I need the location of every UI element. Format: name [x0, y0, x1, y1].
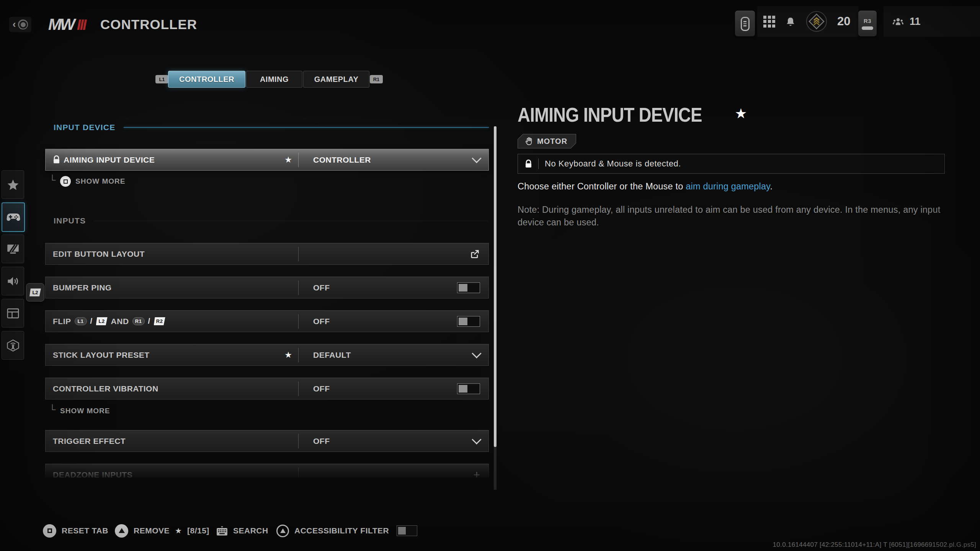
l1-label: L1 — [159, 77, 165, 82]
star-icon — [7, 179, 19, 191]
toggle-off[interactable] — [457, 316, 480, 327]
l1-bumper-badge: L1 — [155, 75, 168, 83]
setting-row-bumper-ping[interactable]: BUMPER PING OFF — [45, 277, 489, 298]
setting-label: DEADZONE INPUTS — [53, 470, 132, 478]
setting-row-flip-bumpers-triggers[interactable]: FLIP L1 / L2 AND R1 / R2 OFF — [45, 310, 489, 332]
setting-row-deadzone-inputs[interactable]: DEADZONE INPUTS + — [45, 464, 489, 478]
lock-icon — [53, 155, 60, 164]
player-level: 20 — [837, 15, 850, 28]
chevron-down-icon[interactable] — [472, 349, 481, 358]
sidebar-item-network[interactable] — [2, 331, 24, 360]
hud-plate-right: 11 — [884, 6, 980, 37]
menu-grid-icon[interactable] — [763, 16, 775, 28]
sidebar-item-controller[interactable] — [2, 202, 25, 232]
reset-tab-action[interactable]: RESET TAB — [43, 523, 108, 538]
r1-bumper-badge: R1 — [370, 75, 383, 83]
rank-emblem-icon — [806, 11, 827, 32]
show-more-label: SHOW MORE — [75, 177, 125, 186]
search-label: SEARCH — [233, 526, 268, 535]
search-action[interactable]: SEARCH — [216, 523, 268, 538]
scrollbar-thumb[interactable] — [494, 126, 497, 447]
section-rule — [124, 127, 489, 128]
star-icon: ★ — [175, 526, 182, 535]
sidebar-item-favorites[interactable] — [2, 170, 24, 199]
show-more-inputs[interactable]: └ SHOW MORE — [45, 404, 110, 418]
back-button[interactable]: ‹ — [9, 17, 31, 32]
l2-badge: L2 — [29, 289, 41, 297]
gamepad-icon — [7, 212, 20, 222]
circle-button-icon — [18, 20, 28, 29]
party-count: 11 — [910, 16, 921, 28]
hud-plate-left: 20 — [757, 6, 858, 37]
logo-iii: III — [77, 17, 86, 33]
setting-row-stick-layout-preset[interactable]: STICK LAYOUT PRESET ★ DEFAULT — [45, 344, 489, 366]
list-clip-region: DEADZONE INPUTS + — [45, 464, 489, 478]
setting-label-wrap: AIMING INPUT DEVICE — [53, 155, 155, 165]
stick-press-icon — [862, 26, 873, 30]
flip-and: AND — [111, 317, 129, 326]
favorite-star-icon[interactable]: ★ — [284, 350, 292, 360]
accessibility-label: ACCESSIBILITY FILTER — [294, 526, 389, 535]
accessibility-filter-action[interactable]: ACCESSIBILITY FILTER — [276, 523, 417, 538]
tab-aiming[interactable]: AIMING — [246, 71, 302, 88]
detail-note: Note: During gameplay, all inputs unrela… — [518, 204, 965, 229]
accessibility-filter-icon — [276, 525, 289, 537]
flip-prefix: FLIP — [53, 317, 71, 326]
r2-badge: R2 — [154, 317, 165, 325]
tab-label: GAMEPLAY — [314, 75, 359, 84]
setting-value: CONTROLLER — [313, 155, 371, 165]
r3-button[interactable]: R3 — [858, 11, 877, 36]
l1-badge: L1 — [75, 317, 87, 325]
separator — [538, 158, 539, 169]
setting-label: AIMING INPUT DEVICE — [64, 155, 155, 165]
branch-glyph: └ — [49, 174, 56, 185]
social-party-icon[interactable] — [892, 16, 904, 27]
setting-value: DEFAULT — [313, 350, 351, 360]
title-star-icon: ★ — [735, 106, 747, 122]
aim-during-gameplay-link[interactable]: aim during gameplay — [686, 181, 770, 191]
motor-label: MOTOR — [537, 137, 567, 146]
detail-title: AIMING INPUT DEVICE — [518, 103, 702, 126]
sidebar-item-graphics[interactable] — [2, 235, 24, 263]
tab-gameplay[interactable]: GAMEPLAY — [303, 71, 369, 88]
display-icon — [7, 244, 19, 254]
setting-row-aiming-input-device[interactable]: AIMING INPUT DEVICE ★ CONTROLLER — [45, 149, 489, 171]
desc-period: . — [770, 181, 773, 191]
section-title: INPUTS — [54, 216, 86, 225]
setting-value: OFF — [313, 283, 330, 292]
section-rule — [94, 221, 489, 221]
remove-favorite-action[interactable]: REMOVE ★ [8/15] — [115, 523, 209, 538]
r1-label: R1 — [373, 77, 380, 82]
logo-mw: MW — [48, 15, 74, 34]
sidebar-item-audio[interactable] — [2, 267, 24, 295]
open-external-icon[interactable] — [469, 249, 480, 259]
lock-message: No Keyboard & Mouse is detected. — [545, 159, 681, 169]
setting-label: CONTROLLER VIBRATION — [53, 384, 158, 393]
touchpad-button[interactable] — [735, 11, 755, 36]
motor-badge: MOTOR — [518, 134, 576, 148]
tab-controller[interactable]: CONTROLLER — [168, 71, 245, 88]
remove-label: REMOVE — [134, 526, 170, 535]
detail-panel-header: AIMING INPUT DEVICE ★ — [518, 103, 747, 126]
setting-row-trigger-effect[interactable]: TRIGGER EFFECT OFF — [45, 430, 489, 452]
chevron-down-icon[interactable] — [472, 435, 481, 444]
show-more-input-device[interactable]: └ SHOW MORE — [45, 174, 125, 188]
expand-plus-icon[interactable]: + — [473, 469, 480, 478]
chevron-down-icon[interactable] — [472, 153, 481, 163]
setting-row-edit-button-layout[interactable]: EDIT BUTTON LAYOUT — [45, 243, 489, 265]
sidebar-item-interface[interactable] — [2, 299, 24, 328]
lock-icon — [525, 160, 532, 168]
tab-label: AIMING — [260, 75, 289, 84]
desc-text: Choose either Controller or the Mouse to — [518, 181, 686, 191]
antenna-hexagon-icon — [7, 339, 20, 352]
notifications-bell-icon[interactable] — [785, 16, 796, 27]
accessibility-toggle-off[interactable] — [397, 525, 417, 536]
settings-screen: ‹ MW III CONTROLLER 20 R3 — [0, 0, 980, 551]
toggle-off[interactable] — [457, 383, 480, 394]
section-header-input-device: INPUT DEVICE — [45, 122, 489, 133]
favorite-star-icon[interactable]: ★ — [284, 155, 292, 165]
detail-description: Choose either Controller or the Mouse to… — [518, 181, 773, 192]
branch-glyph: └ — [49, 404, 56, 415]
toggle-off[interactable] — [457, 282, 480, 293]
setting-row-controller-vibration[interactable]: CONTROLLER VIBRATION OFF — [45, 378, 489, 399]
